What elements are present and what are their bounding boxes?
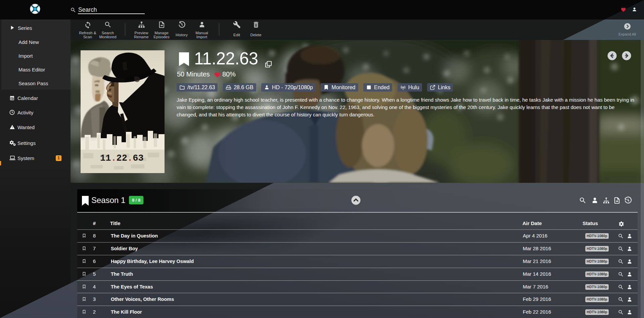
svg-text:11.22.63: 11.22.63 — [100, 153, 144, 163]
